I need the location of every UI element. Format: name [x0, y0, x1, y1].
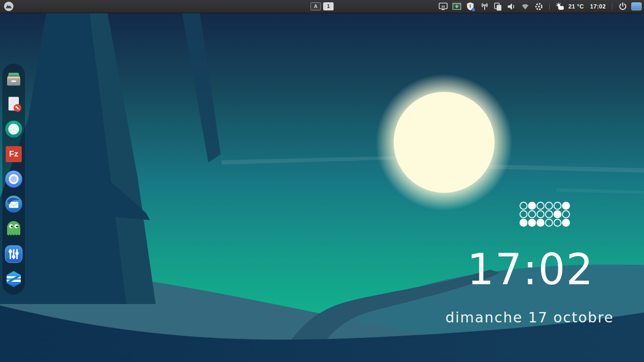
binary-dot-off: [553, 219, 561, 227]
binary-dot-on: [528, 219, 536, 227]
top-panel: A 1 zz: [0, 0, 644, 13]
ghost-app-icon: [6, 220, 22, 238]
chromium-icon: [5, 170, 23, 188]
binary-dot-on: [520, 219, 528, 227]
clipboard-copy-icon[interactable]: [493, 1, 503, 12]
dock-item-thunderbird[interactable]: [4, 195, 23, 214]
settings-gear-icon[interactable]: [534, 1, 544, 12]
network-antenna-icon[interactable]: [479, 1, 489, 12]
workspace-button-active[interactable]: 1: [323, 2, 334, 10]
zorin-icon: [5, 270, 23, 288]
binary-clock-widget: [520, 202, 570, 227]
binary-dot-off: [545, 210, 553, 218]
binary-dot-on: [528, 202, 536, 210]
panel-separator: [612, 3, 612, 10]
binary-dot-on: [553, 210, 561, 218]
applications-menu-button[interactable]: [0, 0, 17, 13]
dock-item-equalizer[interactable]: [4, 245, 23, 263]
light-streak-far: [556, 188, 644, 194]
dock-item-ghost-app[interactable]: [4, 220, 23, 239]
dock-item-zorin[interactable]: [4, 270, 23, 288]
binary-dot-on: [537, 219, 545, 227]
power-icon[interactable]: [618, 1, 628, 12]
binary-dot-off: [520, 210, 528, 218]
system-tray: zz i: [438, 1, 644, 12]
equalizer-icon: [5, 245, 23, 263]
binary-dot-off: [562, 210, 570, 218]
show-desktop-icon[interactable]: [631, 2, 642, 10]
wifi-icon[interactable]: [520, 1, 530, 12]
desktop-screen: A 1 zz: [0, 0, 644, 362]
distro-menu-icon: [4, 1, 14, 11]
dock-item-notes-editor[interactable]: [4, 95, 23, 114]
weather-temperature: 21 °C: [569, 3, 584, 10]
dock-item-file-cabinet[interactable]: [4, 70, 23, 89]
desktop-clock: 17:02: [467, 248, 594, 291]
cliff-thin-trunk: [182, 13, 221, 163]
light-streak-left: [222, 156, 400, 165]
desktop-date: dimanche 17 octobre: [446, 309, 614, 326]
dock-item-camera-shutter[interactable]: [4, 120, 23, 139]
binary-dot-off: [545, 219, 553, 227]
file-cabinet-icon: [5, 71, 22, 88]
binary-dot-off: [545, 202, 553, 210]
camera-shutter-icon: [5, 120, 23, 138]
light-streak-right: [488, 165, 644, 173]
dock-item-chromium[interactable]: [4, 170, 23, 189]
binary-dot-off: [520, 202, 528, 210]
dock: Fz: [2, 64, 25, 295]
screensaver-monitor-icon[interactable]: zz: [438, 1, 448, 12]
svg-text:zz: zz: [441, 4, 445, 8]
binary-dot-off: [537, 210, 545, 218]
filezilla-label: Fz: [4, 145, 23, 164]
binary-dot-off: [553, 202, 561, 210]
panel-clock[interactable]: 17:02: [590, 3, 606, 10]
dock-item-filezilla[interactable]: Fz: [4, 145, 23, 164]
workspace-button-inactive[interactable]: A: [311, 2, 321, 10]
binary-dot-on: [562, 219, 570, 227]
binary-dot-on: [562, 202, 570, 210]
notes-editor-icon: [5, 96, 22, 113]
weather-sun-cloud-icon[interactable]: [555, 1, 565, 12]
workspace-switcher: A 1: [311, 2, 334, 10]
binary-dot-off: [537, 202, 545, 210]
sun: [394, 92, 495, 193]
security-shield-icon[interactable]: i: [465, 1, 476, 12]
svg-text:i: i: [470, 3, 471, 8]
binary-dot-off: [528, 210, 536, 218]
volume-icon[interactable]: [506, 1, 517, 12]
panel-separator: [549, 3, 550, 10]
thunderbird-icon: [5, 195, 23, 213]
wallpaper-changer-icon[interactable]: [452, 1, 462, 12]
